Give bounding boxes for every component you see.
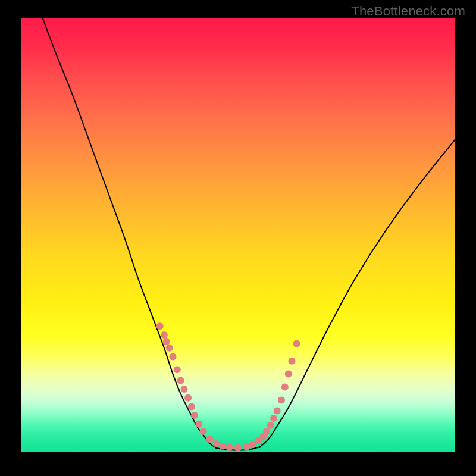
sample-dot [206,436,214,443]
sample-dot [234,444,242,452]
sample-dot [195,421,202,428]
sample-dot [285,371,292,378]
sample-dot [181,386,188,393]
sample-dot [170,353,177,360]
sample-dot [177,377,184,384]
sample-dot [270,415,277,422]
curve-group [43,18,456,450]
sample-dot [278,396,285,403]
sample-dot [281,384,289,391]
sample-dot [174,366,181,373]
sample-dot [188,403,195,410]
chart-frame: TheBottleneck.com [0,0,476,476]
sample-dot [243,443,250,450]
sample-dot [163,338,170,345]
sample-dot [213,440,220,447]
sample-dot [289,358,296,365]
watermark-label: TheBottleneck.com [351,4,465,19]
sample-dot [226,444,233,451]
chart-svg [21,18,455,452]
plot-area [21,18,455,452]
sample-dot [267,422,274,429]
sample-dot [161,331,168,339]
sample-dot [274,408,281,415]
sample-dot [191,412,198,419]
sample-dot [220,443,227,450]
bottleneck-curve [43,18,456,450]
sample-dot [166,345,173,352]
sample-dot [200,428,207,435]
sample-dot [184,394,192,402]
sample-dot [156,322,164,330]
sample-dot [263,428,270,435]
sample-dot [293,340,300,347]
